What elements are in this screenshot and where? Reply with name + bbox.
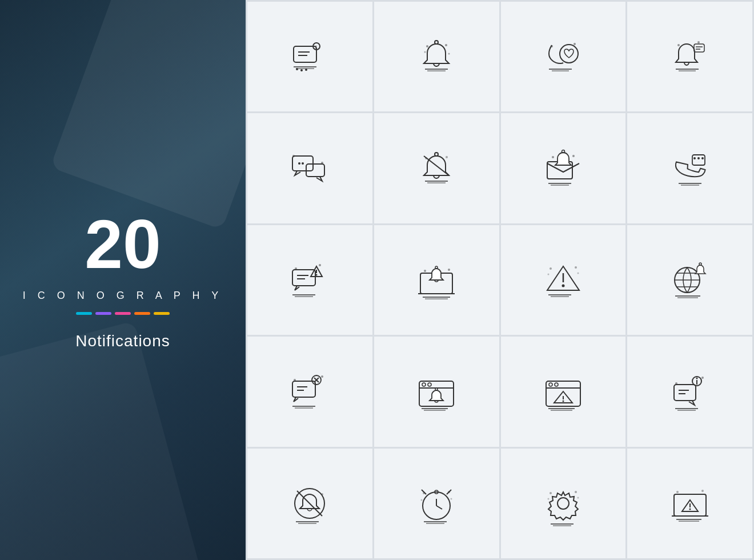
svg-point-65 (435, 266, 438, 269)
left-panel: 20 I C O N O G R A P H Y Notifications (0, 0, 246, 560)
svg-point-123 (321, 493, 323, 495)
svg-point-91 (294, 379, 296, 381)
bell-muted-icon (414, 146, 459, 191)
svg-point-19 (573, 43, 576, 45)
icon-cell-bell-muted[interactable] (374, 113, 499, 223)
svg-point-60 (319, 264, 321, 266)
svg-point-11 (426, 45, 428, 47)
svg-point-107 (562, 401, 564, 402)
svg-point-58 (316, 274, 318, 275)
svg-point-7 (305, 69, 307, 71)
svg-point-71 (562, 284, 564, 287)
icon-cell-laptop-warning[interactable] (627, 449, 752, 558)
svg-point-139 (547, 498, 549, 499)
svg-point-36 (435, 153, 438, 156)
color-bar-blue (76, 312, 92, 315)
color-bar-yellow (154, 312, 170, 315)
color-bar-pink (115, 312, 131, 315)
icon-cell-email-bell[interactable] (501, 113, 626, 223)
svg-rect-85 (292, 381, 315, 397)
bell-icon (414, 34, 459, 79)
svg-point-67 (448, 269, 450, 271)
icon-cell-laptop-bell[interactable] (374, 225, 499, 335)
svg-point-105 (555, 383, 558, 386)
icon-cell-chat-heart[interactable] (501, 2, 626, 111)
svg-point-32 (302, 162, 304, 165)
icon-cell-globe-bell[interactable] (627, 225, 752, 335)
chat-notification-icon: 7 (287, 34, 332, 79)
icon-grid: 7 (246, 0, 754, 560)
svg-point-12 (445, 44, 447, 46)
svg-point-75 (577, 272, 579, 274)
svg-point-6 (300, 69, 303, 71)
color-bar-purple (95, 312, 111, 315)
icon-cell-chat-warning[interactable] (247, 225, 372, 335)
icon-cell-chat-bubbles[interactable] (247, 113, 372, 223)
svg-rect-22 (694, 44, 704, 52)
laptop-warning-icon (667, 481, 713, 526)
svg-point-92 (321, 375, 323, 378)
svg-point-43 (562, 150, 564, 153)
iconography-label: I C O N O G R A P H Y (23, 290, 223, 302)
svg-point-133 (451, 498, 452, 499)
svg-point-130 (423, 492, 425, 494)
warning-triangle-icon (540, 257, 586, 303)
svg-point-72 (550, 267, 552, 270)
email-bell-icon (540, 146, 586, 191)
svg-point-13 (424, 51, 426, 53)
chat-warning-icon (287, 257, 332, 303)
icon-cell-browser-warning[interactable] (501, 337, 626, 446)
chat-bubbles-icon (287, 146, 332, 191)
svg-point-136 (558, 498, 569, 509)
icon-cell-warning-triangle[interactable] (501, 225, 626, 335)
number-display: 20 (23, 210, 223, 278)
svg-point-26 (697, 41, 700, 43)
svg-line-128 (436, 506, 442, 509)
svg-point-117 (701, 377, 704, 379)
icon-cell-browser-bell[interactable] (374, 337, 499, 446)
icon-cell-bell[interactable] (374, 2, 499, 111)
svg-point-73 (575, 266, 577, 269)
icon-cell-chat-notification[interactable]: 7 (247, 2, 372, 111)
laptop-bell-icon (414, 257, 459, 303)
svg-rect-110 (674, 385, 696, 401)
icon-cell-muted-bell-circle[interactable] (247, 449, 372, 558)
svg-point-34 (292, 155, 295, 157)
svg-point-10 (435, 41, 438, 44)
svg-point-18 (551, 45, 553, 47)
browser-warning-icon (540, 369, 586, 414)
svg-point-82 (699, 263, 701, 265)
phone-chat-icon (667, 146, 713, 191)
svg-point-51 (701, 157, 704, 159)
icon-cell-alarm-clock[interactable] (374, 449, 499, 558)
svg-point-31 (298, 162, 300, 165)
svg-point-66 (424, 270, 426, 272)
chat-info-icon (667, 369, 713, 414)
svg-point-97 (422, 383, 426, 386)
svg-point-148 (701, 490, 704, 492)
svg-point-122 (296, 494, 298, 497)
svg-point-146 (689, 508, 691, 510)
svg-point-25 (677, 44, 680, 46)
icon-cell-gear-settings[interactable] (501, 449, 626, 558)
svg-point-59 (295, 267, 297, 270)
svg-point-99 (435, 388, 438, 390)
icon-cell-chat-close[interactable] (247, 337, 372, 446)
svg-point-38 (425, 157, 427, 159)
muted-bell-circle-icon (287, 481, 332, 526)
svg-text:7: 7 (315, 45, 317, 49)
svg-point-14 (448, 53, 450, 55)
left-content: 20 I C O N O G R A P H Y Notifications (23, 210, 223, 350)
svg-point-137 (550, 492, 552, 494)
icon-cell-bell-chat[interactable] (627, 2, 752, 111)
chat-heart-icon (540, 34, 586, 79)
icon-cell-phone-chat[interactable] (627, 113, 752, 223)
svg-point-140 (577, 497, 579, 498)
alarm-clock-icon (414, 481, 459, 526)
bell-chat-icon (667, 34, 713, 79)
svg-rect-48 (692, 155, 705, 165)
browser-bell-icon (414, 369, 459, 414)
svg-point-138 (575, 491, 577, 493)
icon-cell-chat-info[interactable] (627, 337, 752, 446)
svg-point-104 (549, 383, 552, 386)
